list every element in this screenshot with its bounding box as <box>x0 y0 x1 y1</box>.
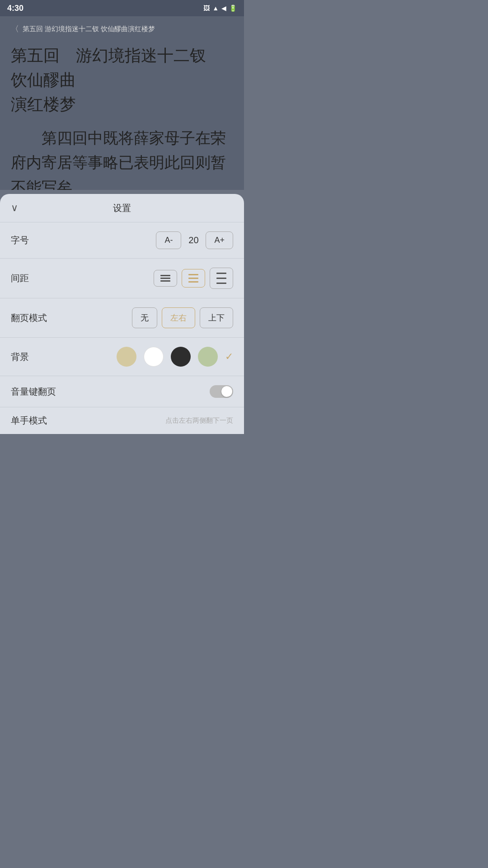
settings-title: 设置 <box>113 202 131 214</box>
font-size-controls: A- 20 A+ <box>156 231 233 249</box>
pagemode-leftright-button[interactable]: 左右 <box>162 307 195 328</box>
volume-flip-toggle[interactable] <box>210 385 233 398</box>
bg-tan-button[interactable] <box>117 347 136 367</box>
font-decrease-button[interactable]: A- <box>156 231 181 249</box>
font-increase-button[interactable]: A+ <box>206 231 233 249</box>
toggle-knob <box>221 386 232 397</box>
single-hand-label: 单手模式 <box>11 415 47 427</box>
pagemode-controls: 无 左右 上下 <box>132 307 233 328</box>
back-arrow-icon[interactable]: 〈 <box>11 24 19 34</box>
single-hand-hint: 点击左右两侧翻下一页 <box>165 416 233 425</box>
spacing-loose-button[interactable] <box>210 268 233 289</box>
bg-dark-button[interactable] <box>171 347 191 367</box>
background-label: 背景 <box>11 351 29 363</box>
spacing-tight-button[interactable] <box>154 270 177 287</box>
collapse-button[interactable]: ∨ <box>11 202 18 214</box>
volume-flip-label: 音量键翻页 <box>11 386 56 398</box>
wifi-icon: ▲ <box>212 5 219 12</box>
status-time: 4:30 <box>7 4 23 13</box>
breadcrumb-text: 第五回 游幻境指迷十二钗 饮仙醪曲演红楼梦 <box>23 25 155 33</box>
bg-white-button[interactable] <box>144 347 164 367</box>
reading-area: 〈 第五回 游幻境指迷十二钗 饮仙醪曲演红楼梦 第五回 游幻境指迷十二钗 饮仙醪… <box>0 16 244 190</box>
battery-icon: 🔋 <box>229 5 237 12</box>
chapter-content: 第四回中既将薛家母子在荣府内寄居等事略已表明此回则暂不能写矣. <box>11 126 233 190</box>
volume-flip-row: 音量键翻页 <box>0 376 244 407</box>
single-hand-row: 单手模式 点击左右两侧翻下一页 <box>0 407 244 434</box>
settings-header: ∨ 设置 <box>0 194 244 222</box>
breadcrumb[interactable]: 〈 第五回 游幻境指迷十二钗 饮仙醪曲演红楼梦 <box>11 24 233 34</box>
spacing-controls <box>154 268 233 289</box>
volume-flip-toggle-container <box>210 385 233 398</box>
font-size-label: 字号 <box>11 234 29 246</box>
pagemode-none-button[interactable]: 无 <box>132 307 157 328</box>
settings-panel: ∨ 设置 字号 A- 20 A+ 间距 <box>0 194 244 434</box>
font-size-value: 20 <box>187 235 200 245</box>
background-row: 背景 ✓ <box>0 338 244 376</box>
font-size-row: 字号 A- 20 A+ <box>0 222 244 259</box>
bg-controls: ✓ <box>117 347 233 367</box>
spacing-row: 间距 <box>0 259 244 298</box>
page-mode-row: 翻页模式 无 左右 上下 <box>0 298 244 338</box>
photo-icon: 🖼 <box>203 5 210 12</box>
bg-checkmark-icon: ✓ <box>225 351 233 363</box>
page-mode-label: 翻页模式 <box>11 312 47 324</box>
spacing-medium-button[interactable] <box>182 269 205 288</box>
bg-green-button[interactable] <box>198 347 218 367</box>
status-icons: 🖼 ▲ ◀ 🔋 <box>203 5 237 12</box>
status-bar: 4:30 🖼 ▲ ◀ 🔋 <box>0 0 244 16</box>
signal-icon: ◀ <box>221 5 226 12</box>
spacing-label: 间距 <box>11 272 29 284</box>
chapter-title: 第五回 游幻境指迷十二钗 饮仙醪曲 演红楼梦 <box>11 43 233 117</box>
pagemode-updown-button[interactable]: 上下 <box>200 307 233 328</box>
